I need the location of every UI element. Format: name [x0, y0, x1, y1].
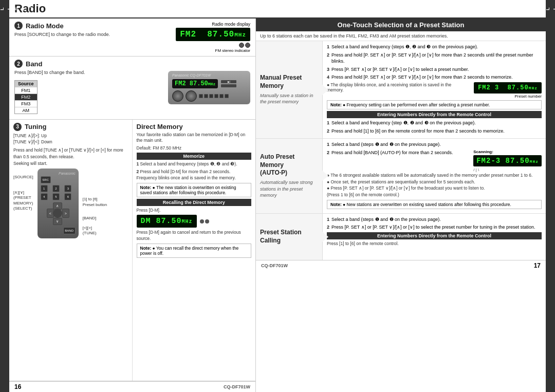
left-column: 1 Radio Mode Press [SOURCE] to change to…	[9, 18, 256, 392]
scan-label: Scanning:	[473, 150, 542, 154]
auto-preset-sublabel: Automatically save strong stations in th…	[260, 179, 318, 199]
manual-preset-title: Manual PresetMemory	[260, 74, 318, 90]
recall-desc: Press [D·M].	[137, 208, 252, 213]
tuning-title: 3 Tuning	[13, 123, 128, 131]
preset-btn-1[interactable]: 1	[41, 185, 48, 192]
entering-numbers-header: Entering Numbers Directly from the Remot…	[327, 111, 542, 118]
tune-remote-label: [<][>](TUNE)	[83, 226, 107, 236]
radio-mode-title: 1 Radio Mode	[14, 22, 171, 30]
manual-preset-content: 1 Select a band and frequency (steps ❶, …	[323, 41, 546, 138]
preset-btn-6[interactable]: 6	[64, 193, 71, 200]
auto-preset-row: Auto PresetMemory(AUTO·P) Automatically …	[256, 139, 546, 214]
left-side-tab: E N G L I S H 7	[0, 0, 9, 392]
manual-note: Note: ● Frequency setting can be perform…	[327, 100, 542, 109]
right-page-num: 17	[534, 262, 541, 269]
fm-stereo-label: FM stereo indicator	[176, 48, 250, 53]
dm-note2: Note: ● You can recall the direct memory…	[137, 244, 252, 258]
title-bar: Radio	[9, 0, 546, 18]
preset-calling-arrow	[322, 232, 328, 242]
radio-mode-desc: Press [SOURCE] to change to the radio mo…	[14, 31, 171, 38]
band-button[interactable]: BAND	[63, 227, 76, 234]
tuning-body: [TUNE ∧]/[>]: Up [TUNE ∨]/[<]: Down Pres…	[13, 133, 128, 167]
auto-scan-area: Scanning: FM2-3 87.50MHz / | \	[473, 150, 542, 172]
manual-step-1: 1 Select a band and frequency (steps ❶, …	[327, 44, 542, 50]
auto-preset-title: Auto PresetMemory(AUTO·P)	[260, 153, 318, 177]
direct-memory-section: Direct Memory Your favorite radio statio…	[133, 120, 256, 381]
band-remote-label: [BAND]	[83, 216, 107, 221]
right-intro: Up to 6 stations each can be saved in th…	[256, 31, 546, 41]
recall-header: Recalling the Direct Memory	[137, 199, 252, 206]
manual-step-4: 4 Press and hold [P. SET ∧] or [P. SET ∨…	[327, 74, 542, 81]
manual-preset-label: Manual PresetMemory Manually save a stat…	[256, 41, 323, 138]
band-desc: Press [BAND] to change the band.	[14, 69, 163, 76]
remote-right-labels: [1] to [6]Preset button [BAND] [<][>](TU…	[83, 197, 107, 236]
left-page-num: 16	[14, 383, 21, 390]
preset-calling-row: Preset StationCalling 1 Select a band (s…	[256, 214, 546, 260]
manual-display-area: ● The display blinks once, and a receivi…	[327, 82, 542, 99]
preset-btn-2[interactable]: 2	[52, 185, 60, 192]
source-remote-label: [SOURCE]	[13, 173, 33, 182]
radio-mode-display-label: Radio mode display	[176, 22, 250, 27]
dm-step1: 1 Select a band and frequency (steps ❶, …	[137, 161, 252, 167]
dpad-center[interactable]	[53, 209, 62, 218]
page-container: E N G L I S H 7 Radio 1 Radio Mo	[0, 0, 555, 392]
auto-bullets: ● The 6 strongest available stations wil…	[327, 172, 542, 198]
content-columns: 1 Radio Mode Press [SOURCE] to change to…	[9, 18, 546, 392]
dm-note: Note: ● The new station is overwritten o…	[137, 183, 252, 197]
preset-calling-content: 1 Select a band (steps ❶ and ❷ on the pr…	[323, 214, 546, 260]
band-fm3: FM3	[15, 100, 37, 107]
auto-step-2: 2 Press and hold [BAND] (AUTO·P) for mor…	[327, 150, 468, 156]
right-column: One-Touch Selection of a Preset Station …	[256, 18, 546, 392]
calling-enter-desc: Press [1] to [6] on the remote control.	[327, 241, 542, 246]
rtab-l: L	[544, 7, 551, 11]
preset-calling-title: Preset StationCalling	[260, 229, 318, 245]
dm-display-value: DM 87.50MHz	[137, 215, 197, 228]
preset-number-label: Preset number	[474, 94, 542, 99]
right-header: One-Touch Selection of a Preset Station	[256, 18, 546, 31]
manual-preset-arrow	[322, 85, 328, 95]
status-indicators	[200, 219, 209, 223]
band-section: 2 Band Press [BAND] to change the band. …	[9, 57, 255, 120]
main-content: Radio 1 Radio Mode Press [SOURCE] to cha…	[9, 0, 546, 392]
source-button[interactable]: SRC	[41, 176, 51, 183]
auto-preset-content: 1 Select a band (steps ❶ and ❷ on the pr…	[323, 139, 546, 213]
source-table: Source FM1 FM2 FM3 AM	[14, 80, 38, 114]
rtab-g: G	[537, 7, 544, 11]
rtab-e: E	[523, 7, 530, 11]
preset-btn-5[interactable]: 5	[52, 193, 60, 200]
auto-note: Note: ● New stations are overwritten on …	[327, 200, 542, 209]
manual-preset-row: Manual PresetMemory Manually save a stat…	[256, 41, 546, 139]
tuning-section: 3 Tuning [TUNE ∧]/[>]: Up [TUNE ∨]/[<]: …	[9, 120, 133, 381]
radio-brand: Panasonic CQ-DF701W	[172, 73, 211, 77]
tab-i: I	[6, 8, 13, 10]
manual-display-note: ● The display blinks once, and a receivi…	[327, 82, 469, 92]
remote-area: [SOURCE] [∧][∨](PRESETMEMORY)(SELECT) Pa…	[13, 166, 128, 240]
section-num-2: 2	[14, 60, 23, 68]
remote-body: Panasonic SRC 1 2 3	[38, 169, 79, 238]
preset-btn-4[interactable]: 4	[41, 193, 48, 200]
tab-s: S	[13, 7, 20, 11]
direct-memory-default: Default: FM 87.50 MHz	[137, 145, 252, 151]
auto-step-1: 1 Select a band (steps ❶ and ❷ on the pr…	[327, 141, 542, 148]
remote-num-grid: 1 2 3 4 5 6	[41, 185, 76, 200]
auto-step2-area: 2 Press and hold [BAND] (AUTO·P) for mor…	[327, 150, 542, 172]
auto-preset-label: Auto PresetMemory(AUTO·P) Automatically …	[256, 139, 323, 213]
section-num-3: 3	[13, 123, 22, 131]
direct-memory-desc: Your favorite radio station can be memor…	[137, 132, 252, 144]
scan-display-value: FM2-3 87.50MHz	[473, 155, 542, 166]
footer-right: CQ-DF701W 17	[256, 260, 546, 271]
footer-left: 16 CQ-DF701W	[9, 381, 255, 392]
cancel-desc: Press [D·M] again to cancel and return t…	[137, 230, 252, 242]
manual-step-2: 2 Press and hold [P. SET ∧] or [P. SET ∨…	[327, 52, 542, 65]
radio-mode-display: FM2 87.50MHz	[176, 28, 250, 41]
right-model-num: CQ-DF701W	[261, 263, 288, 268]
dpad-right[interactable]: >	[62, 209, 69, 218]
dpad-down[interactable]: ∨	[53, 218, 62, 225]
section-num-1: 1	[14, 22, 23, 30]
preset-btn-3[interactable]: 3	[64, 185, 71, 192]
calling-entering-header: Entering Numbers Directly from the Remot…	[327, 232, 542, 239]
enter-step-2: 2 Press and hold [1] to [6] on the remot…	[327, 128, 542, 135]
band-title: 2 Band	[14, 60, 163, 68]
preset-btn-label: [1] to [6]Preset button	[83, 197, 107, 208]
enter-step-1: 1 Select a band and frequency (step ❶, ❷…	[327, 120, 542, 126]
